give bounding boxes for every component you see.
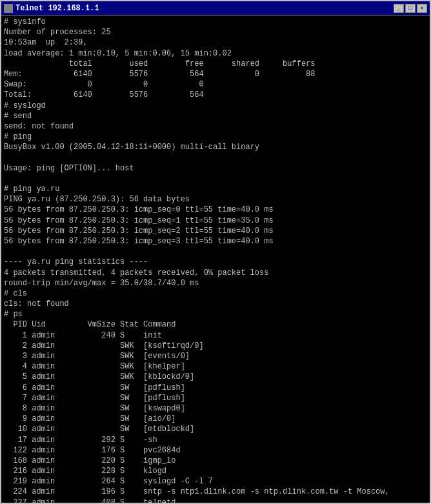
- main-window: Telnet 192.168.1.1 _ □ ✕ # sysinfo Numbe…: [0, 0, 431, 504]
- maximize-button[interactable]: □: [405, 4, 416, 13]
- title-bar: Telnet 192.168.1.1 _ □ ✕: [1, 1, 430, 15]
- close-button[interactable]: ✕: [417, 4, 427, 13]
- terminal-output[interactable]: # sysinfo Number of processes: 25 10:53a…: [1, 15, 430, 503]
- title-bar-left: Telnet 192.168.1.1: [4, 4, 99, 13]
- title-bar-controls: _ □ ✕: [394, 4, 427, 13]
- window-icon: [4, 4, 13, 13]
- window-title: Telnet 192.168.1.1: [15, 4, 99, 13]
- minimize-button[interactable]: _: [394, 4, 404, 13]
